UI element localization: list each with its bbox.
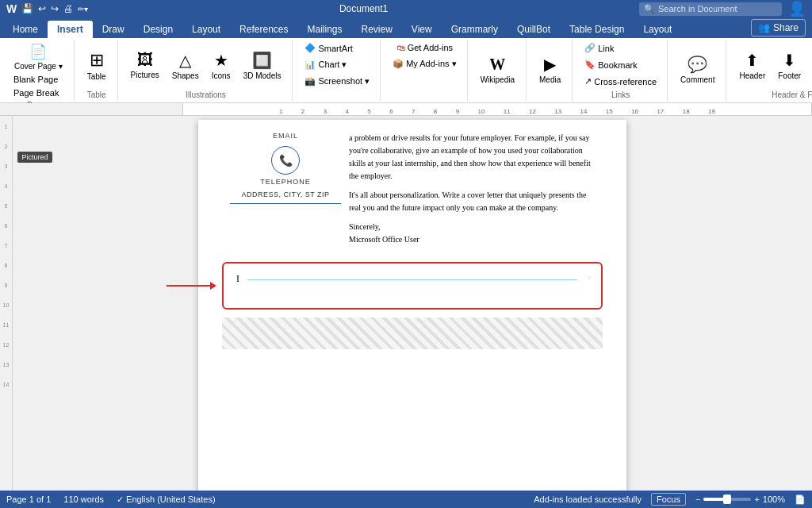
share-icon: 👥 bbox=[758, 22, 770, 33]
crossref-icon: ↗ bbox=[584, 76, 592, 87]
blank-page-button[interactable]: Blank Page bbox=[10, 73, 67, 86]
tab-mailings[interactable]: Mailings bbox=[297, 21, 351, 38]
quick-access-redo[interactable]: ↪ bbox=[51, 3, 59, 14]
tab-tabledesign[interactable]: Table Design bbox=[560, 21, 634, 38]
tab-review[interactable]: Review bbox=[352, 21, 402, 38]
cover-page-icon: 📄 bbox=[29, 43, 47, 60]
pictures-icon: 🖼 bbox=[137, 51, 153, 69]
icons-icon: ★ bbox=[214, 51, 228, 70]
tab-draw[interactable]: Draw bbox=[93, 21, 134, 38]
status-bar: Page 1 of 1 110 words ✓ English (United … bbox=[0, 491, 812, 508]
wikipedia-button[interactable]: W Wikipedia bbox=[476, 54, 519, 86]
page-number-button[interactable]: # Page Number bbox=[809, 49, 812, 81]
cover-page-button[interactable]: 📄 Cover Page ▾ bbox=[10, 41, 67, 72]
bookmark-button[interactable]: 🔖 Bookmark bbox=[580, 58, 642, 71]
telephone-label: TELEPHONE bbox=[230, 178, 341, 186]
tab-design[interactable]: Design bbox=[134, 21, 182, 38]
footer-icon: ⬇ bbox=[783, 51, 796, 70]
screenshot-button[interactable]: 📸 Screenshot ▾ bbox=[301, 75, 373, 88]
tab-home[interactable]: Home bbox=[3, 21, 48, 38]
icons-button[interactable]: ★ Icons bbox=[207, 49, 236, 82]
links-group-label: Links bbox=[611, 90, 630, 99]
link-icon: 🔗 bbox=[584, 43, 596, 53]
title-bar: W 💾 ↩ ↪ 🖨 ✏▾ Document1 🔍 Search in Docum… bbox=[0, 0, 812, 17]
page-break-button[interactable]: Page Break bbox=[10, 87, 67, 99]
share-button[interactable]: 👥 Share bbox=[751, 19, 806, 37]
status-bar-right: Add-ins loaded successfully Focus − + 10… bbox=[534, 493, 806, 506]
table-button[interactable]: ⊞ Table bbox=[82, 48, 111, 83]
quick-access-print[interactable]: 🖨 bbox=[63, 3, 73, 14]
tab-quilbot[interactable]: QuillBot bbox=[508, 21, 560, 38]
pages-buttons: 📄 Cover Page ▾ Blank Page Page Break bbox=[10, 41, 67, 99]
ribbon-group-wikipedia: W Wikipedia bbox=[469, 40, 527, 101]
search-bar[interactable]: 🔍 Search in Document bbox=[639, 2, 782, 16]
ruler-horizontal: 1 2 3 4 5 6 7 8 9 10 11 12 13 14 15 16 1… bbox=[0, 103, 812, 116]
tab-insert[interactable]: Insert bbox=[48, 21, 93, 38]
ribbon-group-header-footer: ⬆ Header ⬇ Footer # Page Number Header &… bbox=[728, 40, 812, 101]
focus-button[interactable]: Focus bbox=[651, 493, 686, 506]
comment-icon: 💬 bbox=[688, 55, 707, 74]
my-addins-button[interactable]: 📦 My Add-ins ▾ bbox=[389, 57, 460, 71]
search-icon: 🔍 bbox=[644, 4, 655, 14]
shapes-button[interactable]: △ Shapes bbox=[167, 49, 204, 82]
word-count: 110 words bbox=[63, 495, 104, 504]
bookmark-icon: 🔖 bbox=[584, 60, 596, 70]
page-top-section: EMAIL 📞 TELEPHONE ADDRESS, CITY, ST ZIP … bbox=[198, 120, 626, 246]
tab-grammarly[interactable]: Grammarly bbox=[442, 21, 508, 38]
telephone-icon: 📞 bbox=[279, 154, 293, 167]
comment-button[interactable]: 💬 Comment bbox=[676, 53, 719, 86]
ribbon-group-table: ⊞ Table Table bbox=[76, 40, 118, 101]
sincerely: Sincerely, bbox=[349, 221, 595, 233]
smartart-button[interactable]: 🔷 SmartArt bbox=[301, 41, 356, 55]
view-mode-print[interactable]: 📄 bbox=[795, 495, 806, 505]
link-button[interactable]: 🔗 Link bbox=[580, 41, 618, 55]
addins-icon: 🛍 bbox=[396, 43, 405, 52]
email-label: EMAIL bbox=[230, 132, 341, 140]
footer-button[interactable]: ⬇ Footer bbox=[773, 49, 806, 82]
zoom-in-icon[interactable]: + bbox=[754, 495, 759, 504]
illustrations-group-label: Illustrations bbox=[186, 90, 226, 99]
3dmodels-button[interactable]: 🔲 3D Models bbox=[239, 49, 286, 82]
table-icon: ⊞ bbox=[90, 50, 104, 71]
media-icon: ▶ bbox=[544, 55, 556, 74]
crossref-button[interactable]: ↗ Cross-reference bbox=[580, 75, 661, 88]
smartart-icon: 🔷 bbox=[304, 43, 316, 53]
get-addins-button[interactable]: 🛍 Get Add-ins bbox=[393, 41, 457, 54]
annotation-arrow bbox=[167, 282, 216, 290]
quick-access-save[interactable]: 💾 bbox=[21, 3, 33, 14]
body-paragraph-2: It's all about personalization. Write a … bbox=[349, 189, 595, 214]
page-info: Page 1 of 1 bbox=[6, 495, 51, 504]
tab-references[interactable]: References bbox=[230, 21, 297, 38]
document-canvas: Pictured EMAIL 📞 TELEPHONE ADDRESS, CITY… bbox=[13, 116, 812, 491]
customize-qat[interactable]: ✏▾ bbox=[78, 5, 88, 13]
chart-button[interactable]: 📊 Chart ▾ bbox=[301, 58, 350, 71]
language-indicator[interactable]: ✓ English (United States) bbox=[117, 495, 216, 505]
tab-view[interactable]: View bbox=[402, 21, 442, 38]
address-label: ADDRESS, CITY, ST ZIP bbox=[230, 190, 341, 198]
tab-layout[interactable]: Layout bbox=[182, 21, 230, 38]
circle-handle: ○ bbox=[587, 273, 592, 282]
my-addins-icon: 📦 bbox=[393, 59, 404, 69]
table-group-label: Table bbox=[87, 90, 106, 99]
zoom-out-icon[interactable]: − bbox=[695, 495, 700, 504]
media-button[interactable]: ▶ Media bbox=[534, 53, 565, 86]
header-button[interactable]: ⬆ Header bbox=[734, 49, 770, 82]
zoom-controls: − + 100% bbox=[695, 495, 785, 504]
word-icon: W bbox=[6, 2, 17, 15]
ribbon-group-smartart: 🔷 SmartArt 📊 Chart ▾ 📸 Screenshot ▾ bbox=[294, 40, 381, 101]
ruler-inner: 1 2 3 4 5 6 7 8 9 10 11 12 13 14 15 16 1… bbox=[182, 103, 812, 115]
user-profile-icon[interactable]: 👤 bbox=[788, 0, 806, 17]
quick-access-undo[interactable]: ↩ bbox=[38, 3, 46, 14]
address-underline bbox=[230, 203, 341, 204]
ribbon-group-illustrations: 🖼 Pictures △ Shapes ★ Icons 🔲 3D Models … bbox=[120, 40, 293, 101]
selected-text-box[interactable]: I ○ bbox=[222, 262, 603, 310]
body-text: a problem or drive results for your futu… bbox=[341, 132, 595, 246]
search-placeholder: Search in Document bbox=[658, 4, 737, 13]
tab-tablelayout[interactable]: Layout bbox=[634, 21, 681, 38]
ribbon-tabs: Home Insert Draw Design Layout Reference… bbox=[0, 17, 812, 38]
shapes-icon: △ bbox=[179, 51, 191, 70]
ruler-vertical: 1 2 3 4 5 6 7 8 9 10 11 12 13 14 bbox=[0, 116, 13, 491]
pictures-button[interactable]: 🖼 Pictures bbox=[126, 49, 164, 81]
ribbon-group-pages: 📄 Cover Page ▾ Blank Page Page Break Pag… bbox=[3, 40, 75, 101]
contact-section: EMAIL 📞 TELEPHONE ADDRESS, CITY, ST ZIP bbox=[230, 132, 341, 246]
